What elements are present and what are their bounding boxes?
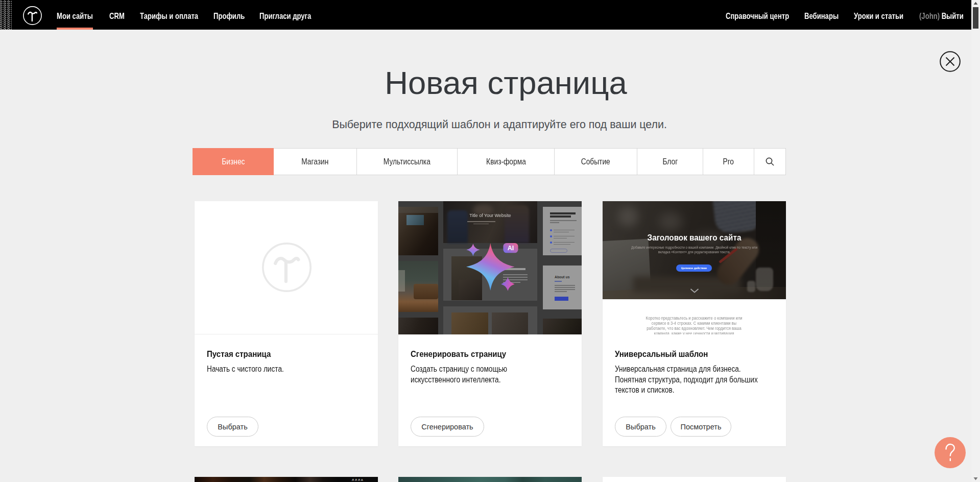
svg-text:AI: AI bbox=[508, 245, 514, 252]
